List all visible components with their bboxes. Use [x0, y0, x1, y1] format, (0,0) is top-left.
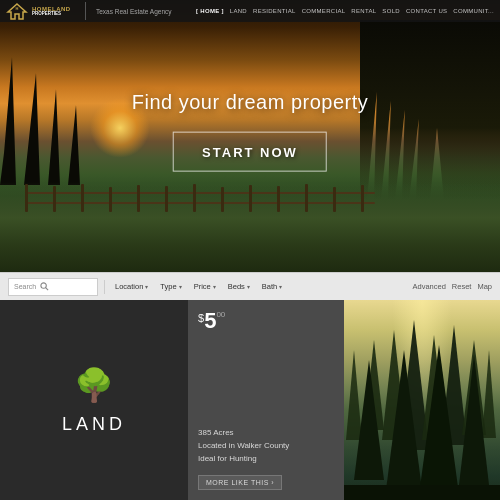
listing-detail-acres: 385 Acres [198, 428, 334, 437]
forest-trees-svg [344, 300, 500, 500]
divider [104, 280, 105, 294]
listing-detail-use: Ideal for Hunting [198, 454, 334, 463]
logo-icon: H [6, 2, 28, 20]
location-filter[interactable]: Location ▾ [111, 280, 152, 293]
fence [25, 182, 375, 212]
fence-post [193, 184, 196, 212]
fence-post [333, 187, 336, 212]
svg-rect-16 [344, 485, 500, 500]
nav-item-residential[interactable]: RESIDENTIAL [253, 8, 296, 14]
fence-post [109, 187, 112, 212]
listing-detail-county: Located in Walker County [198, 441, 334, 450]
beds-label: Beds [228, 282, 245, 291]
beds-chevron: ▾ [247, 283, 250, 290]
fence-rail-top [25, 192, 375, 194]
svg-marker-10 [346, 350, 362, 440]
filter-actions: Advanced Reset Map [412, 282, 492, 291]
fence-rail-bottom [25, 202, 375, 204]
trees-right [360, 20, 500, 200]
price-filter[interactable]: Price ▾ [190, 280, 220, 293]
search-placeholder: Search [14, 283, 36, 290]
svg-marker-11 [482, 350, 496, 438]
search-input-wrap[interactable]: Search [8, 278, 98, 296]
location-chevron: ▾ [145, 283, 148, 290]
type-label: Type [160, 282, 176, 291]
fence-post [137, 185, 140, 212]
navbar: H HOMELAND PROPERTIES Texas Real Estate … [0, 0, 500, 22]
price-row: $ 5 00 [198, 310, 334, 332]
forest-background [344, 300, 500, 500]
search-bar: Search Location ▾ Type ▾ Price ▾ Beds ▾ … [0, 272, 500, 300]
fence-post [81, 184, 84, 212]
beds-filter[interactable]: Beds ▾ [224, 280, 254, 293]
nav-item-rental[interactable]: RENTAL [351, 8, 376, 14]
svg-line-3 [46, 288, 48, 290]
nav-item-land[interactable]: LAND [230, 8, 247, 14]
nav-item-home[interactable]: [ HOME ] [196, 8, 224, 14]
bath-chevron: ▾ [279, 283, 282, 290]
nav-item-commercial[interactable]: COMMERCIAL [302, 8, 346, 14]
start-now-label: START NOW [202, 145, 298, 160]
logo-line2: PROPERTIES [32, 12, 71, 17]
search-icon [40, 282, 49, 291]
price-chevron: ▾ [213, 283, 216, 290]
fence-post [53, 186, 56, 212]
svg-point-2 [41, 283, 46, 288]
tree-icon: 🌳 [74, 366, 114, 404]
reset-action[interactable]: Reset [452, 282, 472, 291]
fence-post [25, 184, 28, 212]
logo-area: H HOMELAND PROPERTIES [6, 2, 86, 20]
hero-section: Find your dream property START NOW [0, 0, 500, 272]
nav-item-sold[interactable]: SOLD [382, 8, 400, 14]
hero-content: Find your dream property START NOW [132, 91, 369, 172]
bottom-section: 🌳 LAND $ 5 00 385 Acres Located in Walke… [0, 300, 500, 500]
fence-post [249, 185, 252, 212]
forest-panel [344, 300, 500, 500]
type-chevron: ▾ [179, 283, 182, 290]
fence-post [361, 185, 364, 212]
listing-details: 385 Acres Located in Walker County Ideal… [198, 428, 334, 463]
svg-text:H: H [16, 6, 19, 11]
hero-headline: Find your dream property [132, 91, 369, 114]
listing-card: $ 5 00 385 Acres Located in Walker Count… [188, 300, 344, 500]
nav-links: [ HOME ] LAND RESIDENTIAL COMMERCIAL REN… [196, 8, 494, 14]
bath-label: Bath [262, 282, 277, 291]
fence-post [277, 186, 280, 212]
price-amount: 5 [204, 310, 216, 332]
ground [0, 182, 500, 272]
land-panel: 🌳 LAND [0, 300, 188, 500]
fence-post [305, 184, 308, 212]
location-label: Location [115, 282, 143, 291]
advanced-action[interactable]: Advanced [412, 282, 445, 291]
nav-item-contact[interactable]: CONTACT US [406, 8, 447, 14]
land-label: LAND [62, 414, 126, 435]
nav-item-community[interactable]: COMMUNIT... [453, 8, 494, 14]
type-filter[interactable]: Type ▾ [156, 280, 185, 293]
map-action[interactable]: Map [477, 282, 492, 291]
agency-label: Texas Real Estate Agency [92, 8, 172, 15]
price-label: Price [194, 282, 211, 291]
fence-post [165, 186, 168, 212]
more-like-button[interactable]: MORE LIKE THIS › [198, 475, 282, 490]
fence-post [221, 187, 224, 212]
trees-left [0, 25, 80, 185]
logo-text: HOMELAND PROPERTIES [32, 6, 71, 17]
bath-filter[interactable]: Bath ▾ [258, 280, 286, 293]
start-now-button[interactable]: START NOW [173, 132, 327, 172]
price-suffix: 00 [216, 310, 225, 320]
